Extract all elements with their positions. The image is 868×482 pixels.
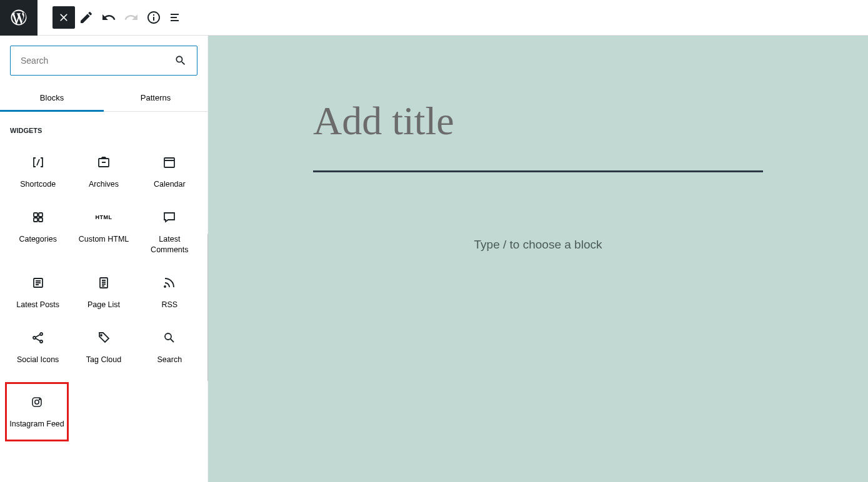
- block-shortcode[interactable]: Shortcode: [5, 144, 71, 199]
- undo-button[interactable]: [97, 6, 120, 29]
- block-categories[interactable]: Categories: [5, 199, 71, 265]
- magnify-icon: [162, 330, 177, 345]
- close-inserter-button[interactable]: [52, 6, 75, 29]
- archives-icon: [96, 155, 111, 170]
- share-icon: [31, 330, 46, 345]
- section-widgets-title: WIDGETS: [0, 112, 207, 139]
- svg-point-10: [40, 340, 42, 343]
- block-inserter-sidebar: Blocks Patterns WIDGETS Shortcode Archiv…: [0, 36, 208, 482]
- editor-canvas[interactable]: Add title Type / to choose a block: [208, 36, 868, 482]
- wordpress-logo[interactable]: [0, 0, 37, 36]
- svg-point-15: [39, 399, 41, 400]
- info-button[interactable]: [142, 6, 165, 29]
- redo-icon: [124, 10, 139, 25]
- search-input[interactable]: [21, 56, 174, 66]
- block-page-list[interactable]: Page List: [71, 265, 136, 320]
- svg-point-12: [165, 333, 171, 340]
- latest-posts-icon: [31, 275, 46, 290]
- top-toolbar: [0, 0, 868, 36]
- svg-rect-3: [39, 213, 42, 217]
- categories-icon: [31, 210, 46, 225]
- close-icon: [57, 11, 70, 24]
- block-archives[interactable]: Archives: [71, 144, 136, 199]
- block-custom-html[interactable]: HTML Custom HTML: [71, 199, 136, 265]
- tab-blocks[interactable]: Blocks: [0, 86, 104, 112]
- block-social-icons[interactable]: Social Icons: [5, 320, 71, 375]
- inserter-tabs: Blocks Patterns: [0, 86, 207, 112]
- tools-button[interactable]: [75, 6, 97, 29]
- undo-icon: [101, 10, 116, 25]
- post-title-placeholder[interactable]: Add title: [313, 98, 763, 144]
- block-calendar[interactable]: Calendar: [137, 144, 202, 199]
- list-view-icon: [169, 10, 184, 25]
- rss-icon: [162, 275, 177, 290]
- svg-rect-2: [34, 213, 37, 217]
- page-list-icon: [96, 275, 111, 290]
- highlighted-block-wrapper: Instagram Feed: [5, 382, 69, 441]
- comments-icon: [162, 210, 177, 225]
- calendar-icon: [162, 155, 177, 170]
- svg-rect-4: [34, 218, 37, 222]
- svg-rect-5: [39, 218, 42, 222]
- tag-icon: [96, 330, 111, 345]
- block-tag-cloud[interactable]: Tag Cloud: [71, 320, 136, 375]
- wordpress-icon: [9, 8, 28, 27]
- block-latest-comments[interactable]: Latest Comments: [137, 199, 202, 265]
- list-view-button[interactable]: [165, 6, 187, 29]
- pencil-icon: [79, 10, 94, 25]
- blocks-list: WIDGETS Shortcode Archives Calendar Cate…: [0, 112, 207, 482]
- block-latest-posts[interactable]: Latest Posts: [5, 265, 71, 320]
- block-search[interactable]: Search: [137, 320, 202, 375]
- search-box: [10, 46, 197, 76]
- main-container: Blocks Patterns WIDGETS Shortcode Archiv…: [0, 36, 868, 482]
- shortcode-icon: [31, 155, 46, 170]
- block-instagram-feed[interactable]: Instagram Feed: [7, 384, 67, 439]
- redo-button[interactable]: [120, 6, 142, 29]
- search-icon: [174, 54, 187, 67]
- svg-point-14: [35, 400, 39, 404]
- tab-patterns[interactable]: Patterns: [104, 86, 207, 111]
- html-icon: HTML: [95, 214, 112, 220]
- block-appender-prompt[interactable]: Type / to choose a block: [313, 238, 763, 252]
- info-icon: [146, 10, 161, 25]
- svg-point-9: [40, 333, 42, 335]
- svg-point-8: [33, 337, 36, 339]
- block-rss[interactable]: RSS: [137, 265, 202, 320]
- svg-point-11: [101, 335, 102, 336]
- title-underline: [313, 170, 763, 172]
- instagram-icon: [29, 395, 44, 410]
